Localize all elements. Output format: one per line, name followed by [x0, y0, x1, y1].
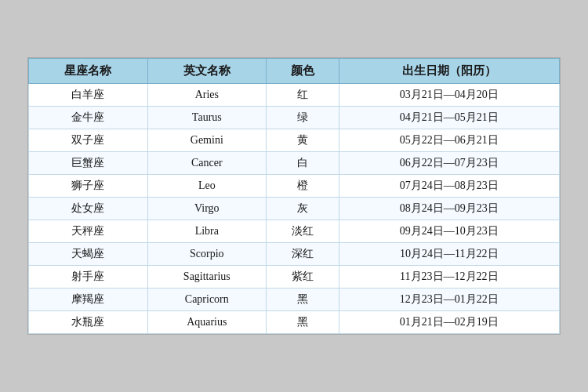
table-header-row: 星座名称英文名称颜色出生日期（阳历）	[29, 59, 560, 84]
table-cell-9-3: 12月23日—01月22日	[339, 289, 559, 311]
zodiac-table: 星座名称英文名称颜色出生日期（阳历） 白羊座Aries红03月21日—04月20…	[28, 58, 560, 334]
table-header-col-0: 星座名称	[29, 59, 148, 84]
table-cell-2-1: Gemini	[147, 129, 267, 152]
table-cell-9-2: 黑	[267, 289, 339, 311]
table-row: 处女座Virgo灰08月24日—09月23日	[29, 198, 560, 220]
table-cell-4-3: 07月24日—08月23日	[339, 175, 559, 198]
table-cell-4-0: 狮子座	[29, 175, 148, 198]
table-cell-3-3: 06月22日—07月23日	[339, 152, 559, 175]
table-cell-3-0: 巨蟹座	[29, 152, 148, 175]
table-cell-2-3: 05月22日—06月21日	[339, 129, 559, 152]
table-cell-0-3: 03月21日—04月20日	[339, 84, 559, 107]
table-row: 天蝎座Scorpio深红10月24日—11月22日	[29, 243, 560, 266]
table-cell-6-3: 09月24日—10月23日	[339, 220, 559, 243]
table-row: 射手座Sagittarius紫红11月23日—12月22日	[29, 266, 560, 289]
table-cell-1-2: 绿	[267, 107, 339, 129]
table-cell-10-2: 黑	[267, 311, 339, 334]
table-header-col-1: 英文名称	[147, 59, 267, 84]
table-cell-8-3: 11月23日—12月22日	[339, 266, 559, 289]
table-cell-5-2: 灰	[267, 198, 339, 220]
table-row: 狮子座Leo橙07月24日—08月23日	[29, 175, 560, 198]
table-cell-2-2: 黄	[267, 129, 339, 152]
table-cell-7-2: 深红	[267, 243, 339, 266]
table-cell-9-0: 摩羯座	[29, 289, 148, 311]
table-cell-1-3: 04月21日—05月21日	[339, 107, 559, 129]
table-row: 双子座Gemini黄05月22日—06月21日	[29, 129, 560, 152]
table-cell-1-0: 金牛座	[29, 107, 148, 129]
table-cell-7-0: 天蝎座	[29, 243, 148, 266]
table-cell-7-1: Scorpio	[147, 243, 267, 266]
table-row: 水瓶座Aquarius黑01月21日—02月19日	[29, 311, 560, 334]
table-cell-5-3: 08月24日—09月23日	[339, 198, 559, 220]
table-header-col-2: 颜色	[267, 59, 339, 84]
table-row: 天秤座Libra淡红09月24日—10月23日	[29, 220, 560, 243]
table-cell-0-2: 红	[267, 84, 339, 107]
table-cell-1-1: Taurus	[147, 107, 267, 129]
table-cell-5-1: Virgo	[147, 198, 267, 220]
table-cell-0-1: Aries	[147, 84, 267, 107]
table-row: 白羊座Aries红03月21日—04月20日	[29, 84, 560, 107]
table-cell-6-2: 淡红	[267, 220, 339, 243]
table-cell-5-0: 处女座	[29, 198, 148, 220]
table-cell-4-2: 橙	[267, 175, 339, 198]
table-cell-7-3: 10月24日—11月22日	[339, 243, 559, 266]
table-cell-6-1: Libra	[147, 220, 267, 243]
table-cell-3-1: Cancer	[147, 152, 267, 175]
table-row: 金牛座Taurus绿04月21日—05月21日	[29, 107, 560, 129]
table-cell-9-1: Capricorn	[147, 289, 267, 311]
table-header-col-3: 出生日期（阳历）	[339, 59, 559, 84]
zodiac-table-wrapper: 星座名称英文名称颜色出生日期（阳历） 白羊座Aries红03月21日—04月20…	[27, 57, 561, 335]
table-cell-6-0: 天秤座	[29, 220, 148, 243]
table-cell-10-1: Aquarius	[147, 311, 267, 334]
table-cell-8-0: 射手座	[29, 266, 148, 289]
table-cell-10-3: 01月21日—02月19日	[339, 311, 559, 334]
table-row: 摩羯座Capricorn黑12月23日—01月22日	[29, 289, 560, 311]
table-cell-8-1: Sagittarius	[147, 266, 267, 289]
table-cell-3-2: 白	[267, 152, 339, 175]
table-row: 巨蟹座Cancer白06月22日—07月23日	[29, 152, 560, 175]
table-cell-8-2: 紫红	[267, 266, 339, 289]
table-cell-2-0: 双子座	[29, 129, 148, 152]
table-body: 白羊座Aries红03月21日—04月20日金牛座Taurus绿04月21日—0…	[29, 84, 560, 334]
table-cell-10-0: 水瓶座	[29, 311, 148, 334]
table-cell-4-1: Leo	[147, 175, 267, 198]
table-cell-0-0: 白羊座	[29, 84, 148, 107]
